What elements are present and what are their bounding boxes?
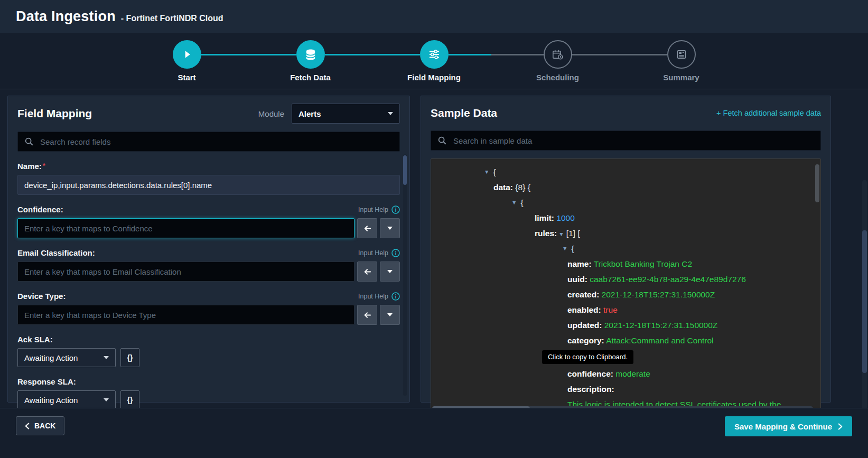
step-field-mapping-circle[interactable] (420, 40, 449, 69)
device-type-field-label: Device Type: (17, 292, 66, 301)
json-value-string[interactable]: moderate (613, 369, 650, 378)
json-key: confidence: (567, 369, 613, 378)
step-summary[interactable]: Summary (667, 40, 696, 69)
json-key: rules: (535, 229, 557, 238)
info-icon[interactable] (391, 249, 400, 257)
email-classification-field: Email Classification: Input Help (17, 248, 400, 282)
step-start[interactable]: Start (173, 40, 201, 69)
collapse-caret-icon[interactable]: ▼ (562, 245, 567, 251)
response-sla-select[interactable]: Awaiting Action (17, 390, 116, 409)
chevron-down-icon (387, 227, 393, 230)
json-vertical-scrollbar-thumb[interactable] (815, 164, 819, 202)
step-fetch-data-circle[interactable] (296, 40, 325, 69)
step-connector (449, 54, 544, 55)
chevron-right-icon (838, 423, 843, 430)
json-value-number[interactable]: 1000 (554, 213, 575, 222)
json-key: updated: (567, 321, 602, 330)
collapse-caret-icon[interactable]: ▼ (557, 231, 564, 237)
info-icon[interactable] (391, 292, 400, 301)
json-tree: ▼{data: {8} {▼{limit: 1000rules: ▼ [1] [… (431, 164, 820, 412)
step-connector (572, 54, 667, 55)
confidence-field: Confidence: Input Help (17, 205, 400, 238)
info-icon[interactable] (391, 205, 400, 214)
search-icon (437, 136, 447, 145)
json-line: rules: ▼ [1] [ (431, 226, 820, 241)
json-key: data: (493, 183, 513, 192)
email-classification-apply-field-button[interactable] (357, 261, 377, 282)
json-line: enabled: true (431, 302, 820, 317)
email-classification-dropdown-button[interactable] (380, 261, 400, 282)
sample-data-panel-title: Sample Data (431, 107, 497, 119)
response-sla-label: Response SLA: (17, 377, 76, 386)
response-sla-expression-button[interactable]: {} (120, 390, 139, 409)
email-classification-input-help[interactable]: Input Help (358, 249, 400, 257)
confidence-apply-field-button[interactable] (357, 218, 377, 238)
page-scrollbar-thumb[interactable] (862, 230, 867, 373)
database-icon (305, 49, 316, 61)
module-select-value: Alerts (298, 109, 321, 118)
step-field-mapping[interactable]: Field Mapping (420, 40, 449, 69)
device-type-apply-field-button[interactable] (357, 305, 377, 325)
sample-data-searchbar[interactable] (431, 130, 821, 151)
json-vertical-scrollbar[interactable] (815, 160, 819, 405)
chevron-down-icon (388, 112, 393, 115)
json-value-string[interactable]: caab7261-ee92-4b78-aa29-4e47e89d7276 (587, 275, 746, 284)
input-help-label: Input Help (358, 249, 388, 257)
step-summary-circle[interactable] (667, 40, 696, 69)
ack-sla-select[interactable]: Awaiting Action (17, 348, 116, 367)
save-mapping-continue-button[interactable]: Save Mapping & Continue (725, 416, 852, 436)
field-list-scrollbar-thumb[interactable] (403, 155, 407, 185)
step-scheduling-circle[interactable] (544, 40, 572, 69)
json-value-string[interactable]: 2021-12-18T15:27:31.150000Z (602, 321, 717, 330)
json-line: ▼{ (431, 195, 820, 210)
json-value-brace: { (520, 198, 523, 207)
record-fields-searchbar[interactable] (17, 132, 400, 152)
step-fetch-data-label: Fetch Data (290, 73, 331, 82)
confidence-field-input[interactable] (17, 218, 354, 238)
device-type-field-input[interactable] (17, 305, 354, 325)
name-field-input[interactable] (17, 175, 400, 195)
step-start-circle[interactable] (173, 40, 201, 69)
step-fetch-data[interactable]: Fetch Data (296, 40, 325, 69)
fetch-additional-sample-data-link[interactable]: + Fetch additional sample data (716, 109, 821, 117)
sample-data-panel: Sample Data + Fetch additional sample da… (421, 96, 831, 403)
collapse-caret-icon[interactable]: ▼ (511, 199, 517, 205)
step-scheduling[interactable]: Scheduling (544, 40, 572, 69)
ack-sla-field: Ack SLA: Awaiting Action {} (17, 335, 400, 367)
name-field-label: Name:* (17, 162, 45, 171)
chevron-down-icon (104, 398, 109, 401)
ack-sla-select-value: Awaiting Action (24, 353, 78, 362)
ack-sla-expression-button[interactable]: {} (120, 348, 139, 367)
json-value-brace: [1] [ (564, 229, 580, 238)
device-type-input-help[interactable]: Input Help (358, 292, 400, 301)
field-mapping-panel: Field Mapping Module Alerts Name:* (7, 96, 410, 403)
json-value-string[interactable]: 2021-12-18T15:27:31.150000Z (599, 290, 715, 299)
email-classification-field-input[interactable] (17, 261, 354, 282)
json-key: description: (567, 385, 614, 394)
search-record-fields-input[interactable] (39, 137, 393, 147)
json-key: name: (567, 259, 592, 268)
json-value-string[interactable]: Trickbot Banking Trojan C2 (592, 259, 692, 268)
arrow-left-icon (363, 225, 371, 232)
input-help-label: Input Help (358, 293, 388, 300)
device-type-field: Device Type: Input Help (17, 292, 400, 325)
device-type-dropdown-button[interactable] (380, 305, 400, 325)
json-line: created: 2021-12-18T15:27:31.150000Z (431, 287, 820, 302)
step-field-mapping-label: Field Mapping (407, 73, 461, 82)
json-value-string[interactable]: Attack:Command and Control (604, 336, 714, 345)
collapse-caret-icon[interactable]: ▼ (484, 169, 489, 175)
module-select[interactable]: Alerts (292, 104, 400, 124)
json-key: limit: (535, 213, 554, 222)
confidence-input-help[interactable]: Input Help (358, 205, 400, 214)
name-field: Name:* (17, 162, 400, 195)
field-list-scrollbar[interactable] (403, 154, 407, 396)
json-key: created: (567, 290, 599, 299)
field-mapping-icon (428, 49, 440, 60)
confidence-dropdown-button[interactable] (380, 218, 400, 238)
input-help-label: Input Help (358, 206, 388, 213)
json-value-boolean[interactable]: true (601, 305, 618, 314)
back-button[interactable]: BACK (16, 416, 64, 435)
search-icon (24, 137, 34, 146)
search-sample-data-input[interactable] (452, 136, 814, 146)
arrow-left-icon (363, 268, 371, 276)
